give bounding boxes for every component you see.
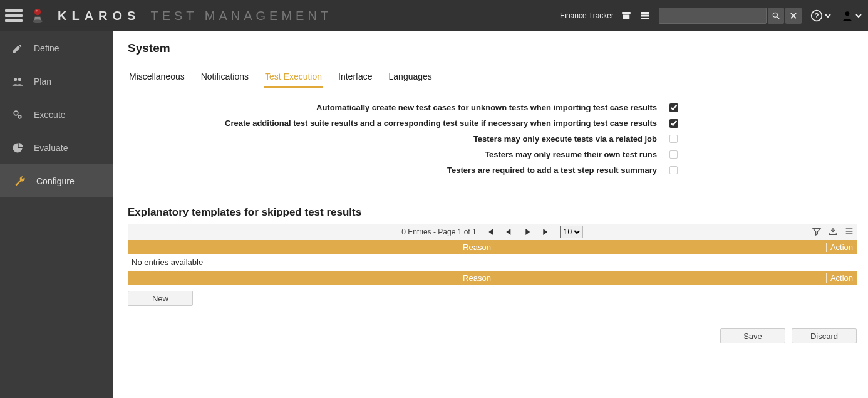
svg-point-6: [773, 13, 777, 17]
people-icon: [10, 75, 25, 88]
sidebar: Define Plan Execute Evaluate Configure: [0, 31, 113, 398]
tab-test-execution[interactable]: Test Execution: [264, 68, 323, 88]
edit-icon: [10, 42, 25, 55]
sidebar-item-label: Execute: [34, 110, 66, 120]
brand-strong: KLAROS: [58, 9, 140, 23]
page-title: System: [128, 41, 857, 55]
columns-menu-icon[interactable]: [844, 226, 854, 238]
sidebar-item-define[interactable]: Define: [0, 31, 113, 65]
svg-rect-3: [641, 12, 649, 14]
sidebar-item-label: Evaluate: [34, 143, 68, 153]
download-icon[interactable]: [828, 226, 838, 238]
tab-notifications[interactable]: Notifications: [200, 68, 250, 88]
svg-rect-5: [641, 18, 649, 19]
app-logo: [29, 7, 46, 24]
new-button[interactable]: New: [128, 291, 193, 306]
clear-search-button[interactable]: [785, 8, 802, 24]
stack-icon[interactable]: [638, 8, 653, 23]
svg-rect-19: [846, 233, 853, 234]
svg-line-7: [777, 17, 780, 19]
svg-point-2: [36, 10, 38, 12]
pie-chart-icon: [10, 142, 25, 154]
svg-rect-18: [846, 231, 853, 231]
svg-point-15: [14, 111, 18, 115]
pager-last-icon[interactable]: [542, 227, 552, 237]
tab-row: Miscellaneous Notifications Test Executi…: [128, 68, 857, 88]
top-bar: KLAROS TEST MANAGEMENT Finance Tracker ?: [0, 0, 868, 31]
setting-checkbox-auto-create[interactable]: [669, 103, 678, 112]
setting-checkbox-additional-suite[interactable]: [669, 119, 678, 128]
table-empty-text: No entries available: [128, 254, 857, 271]
tab-miscellaneous[interactable]: Miscellaneous: [128, 68, 186, 88]
setting-checkbox-related-job[interactable]: [669, 135, 678, 143]
pager-bar: 0 Entries - Page 1 of 1 10: [128, 224, 857, 240]
wrench-icon: [13, 175, 28, 187]
setting-label: Testers may only execute tests via a rel…: [128, 134, 669, 144]
search-cluster: [659, 8, 802, 24]
svg-point-12: [845, 11, 850, 16]
sidebar-item-configure[interactable]: Configure: [0, 164, 113, 197]
tab-languages[interactable]: Languages: [388, 68, 433, 88]
pager-prev-icon[interactable]: [504, 227, 514, 237]
chevron-down-icon: [825, 13, 831, 19]
brand-title: KLAROS TEST MANAGEMENT: [58, 9, 332, 23]
setting-checkbox-resume-own[interactable]: [669, 150, 678, 159]
col-reason: Reason: [128, 273, 827, 283]
setting-label: Automatically create new test cases for …: [128, 103, 669, 112]
brand-sub: TEST MANAGEMENT: [150, 9, 332, 23]
col-reason: Reason: [128, 243, 827, 252]
setting-label: Create additional test suite results and…: [128, 118, 669, 128]
table-footer: Reason Action: [128, 271, 857, 285]
sidebar-item-execute[interactable]: Execute: [0, 98, 113, 131]
search-input[interactable]: [659, 8, 767, 24]
pager-text: 0 Entries - Page 1 of 1: [401, 228, 476, 236]
svg-point-13: [14, 78, 17, 81]
sidebar-item-label: Configure: [36, 176, 75, 186]
sidebar-item-evaluate[interactable]: Evaluate: [0, 131, 113, 164]
gears-icon: [10, 108, 25, 121]
sidebar-item-label: Plan: [34, 76, 51, 86]
save-button[interactable]: Save: [720, 328, 785, 343]
col-action: Action: [827, 243, 857, 252]
pager-next-icon[interactable]: [523, 227, 533, 237]
project-label: Finance Tracker: [560, 11, 614, 20]
footer-actions: Save Discard: [128, 328, 857, 343]
tab-interface[interactable]: Interface: [337, 68, 373, 88]
col-action: Action: [827, 273, 857, 283]
setting-label: Testers may only resume their own test r…: [128, 150, 669, 159]
page-size-select[interactable]: 10: [561, 226, 583, 238]
svg-rect-17: [846, 228, 853, 229]
svg-point-16: [18, 115, 21, 118]
search-button[interactable]: [768, 8, 784, 24]
svg-point-1: [34, 9, 41, 16]
svg-text:?: ?: [814, 11, 819, 19]
setting-label: Testers are required to add a test step …: [128, 165, 669, 175]
sidebar-item-label: Define: [34, 43, 59, 53]
table-header: Reason Action: [128, 240, 857, 254]
setting-checkbox-step-summary[interactable]: [669, 166, 678, 174]
chevron-down-icon: [855, 13, 862, 19]
main-content: System Miscellaneous Notifications Test …: [113, 31, 868, 398]
svg-point-0: [33, 19, 43, 23]
svg-point-14: [18, 78, 21, 81]
pager-first-icon[interactable]: [485, 227, 495, 237]
user-menu[interactable]: [841, 9, 862, 22]
menu-icon[interactable]: [5, 7, 23, 24]
templates-section-title: Explanatory templates for skipped test r…: [128, 206, 857, 219]
sidebar-item-plan[interactable]: Plan: [0, 65, 113, 98]
settings-form: Automatically create new test cases for …: [128, 100, 857, 192]
archive-icon[interactable]: [619, 8, 634, 23]
filter-icon[interactable]: [812, 226, 822, 238]
help-menu[interactable]: ?: [810, 9, 831, 22]
discard-button[interactable]: Discard: [792, 328, 857, 343]
svg-rect-4: [641, 15, 649, 17]
